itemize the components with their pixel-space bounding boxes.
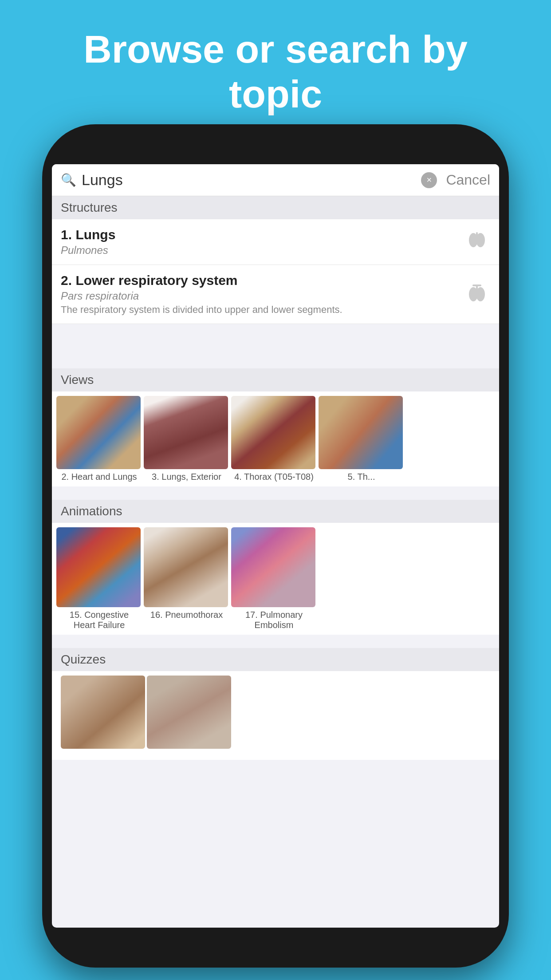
structure-latin-1: Pulmones <box>61 244 115 257</box>
phone-screen: 🔍 Lungs × Cancel Structures 1. Lungs Pul… <box>52 164 499 928</box>
spacer <box>52 324 499 368</box>
quizzes-section <box>52 671 499 760</box>
view-label-3: 3. Lungs, Exterior <box>144 472 229 482</box>
anim-card-17[interactable]: 17. Pulmonary Embolism <box>231 527 317 630</box>
structure-text-1: 1. Lungs Pulmones <box>61 227 115 257</box>
structure-title-2: 2. Lower respiratory system <box>61 273 342 288</box>
anim-img-17 <box>231 527 315 607</box>
view-label-5: 5. Th... <box>319 472 404 482</box>
animations-scroll: 15. Congestive Heart Failure 16. Pneumot… <box>52 523 499 635</box>
view-label-2: 2. Heart and Lungs <box>56 472 142 482</box>
spacer3 <box>52 635 499 648</box>
anim-label-17: 17. Pulmonary Embolism <box>231 610 317 630</box>
quiz-card-2[interactable] <box>147 676 231 749</box>
views-header: Views <box>52 368 499 391</box>
view-img-3 <box>144 396 228 469</box>
structure-desc-2: The respiratory system is divided into u… <box>61 304 342 316</box>
svg-rect-6 <box>472 285 481 286</box>
structure-text-2: 2. Lower respiratory system Pars respira… <box>61 273 342 316</box>
anim-label-15: 15. Congestive Heart Failure <box>56 610 142 630</box>
clear-button[interactable]: × <box>421 172 437 188</box>
view-card-3[interactable]: 3. Lungs, Exterior <box>144 396 229 482</box>
phone-frame: 🔍 Lungs × Cancel Structures 1. Lungs Pul… <box>42 124 509 968</box>
anim-img-16 <box>144 527 228 607</box>
structures-header: Structures <box>52 196 499 219</box>
structure-title-1: 1. Lungs <box>61 227 115 242</box>
view-card-5[interactable]: 5. Th... <box>319 396 404 482</box>
svg-rect-2 <box>476 232 478 241</box>
anim-label-16: 16. Pneumothorax <box>144 610 229 620</box>
animations-header: Animations <box>52 500 499 523</box>
structure-item-1[interactable]: 1. Lungs Pulmones <box>52 219 499 265</box>
cancel-button[interactable]: Cancel <box>446 172 490 188</box>
structure-icon-1 <box>464 228 490 256</box>
view-card-2[interactable]: 2. Heart and Lungs <box>56 396 142 482</box>
quizzes-header: Quizzes <box>52 648 499 671</box>
view-img-4 <box>231 396 315 469</box>
structure-icon-2 <box>464 280 490 308</box>
search-icon: 🔍 <box>61 173 76 187</box>
anim-img-15 <box>56 527 141 607</box>
views-scroll: 2. Heart and Lungs 3. Lungs, Exterior 4.… <box>52 391 499 486</box>
view-img-5 <box>319 396 403 469</box>
view-label-4: 4. Thorax (T05-T08) <box>231 472 317 482</box>
view-img-2 <box>56 396 141 469</box>
structure-item-2[interactable]: 2. Lower respiratory system Pars respira… <box>52 265 499 324</box>
anim-card-16[interactable]: 16. Pneumothorax <box>144 527 229 630</box>
spacer2 <box>52 486 499 500</box>
view-card-4[interactable]: 4. Thorax (T05-T08) <box>231 396 317 482</box>
anim-card-15[interactable]: 15. Congestive Heart Failure <box>56 527 142 630</box>
search-query[interactable]: Lungs <box>82 171 421 189</box>
structure-latin-2: Pars respiratoria <box>61 290 342 302</box>
search-bar: 🔍 Lungs × Cancel <box>52 164 499 196</box>
header-line1: Browse or search by topic <box>35 27 516 116</box>
quiz-card-1[interactable] <box>61 676 145 749</box>
